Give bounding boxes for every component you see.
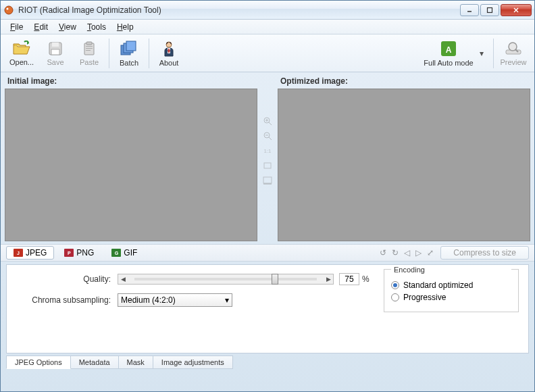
optimized-image-canvas[interactable] [278,89,530,241]
slider-right-arrow[interactable]: ▶ [324,274,333,284]
preview-label: Preview [500,58,526,66]
menu-file[interactable]: File [5,21,28,33]
gif-label: GIF [124,248,137,258]
bottom-tabs: JPEG Options Metadata Mask Image adjustm… [1,356,534,369]
radio-progressive[interactable]: Progressive [391,293,511,302]
folder-open-icon [12,41,31,57]
window-title: RIOT (Radical Image Optimization Tool) [18,5,460,15]
format-tab-png[interactable]: P PNG [57,246,101,260]
preview-button[interactable]: Preview [496,36,530,70]
jpeg-icon: J [14,249,23,257]
quality-label: Quality: [16,274,118,284]
initial-panel: Initial image: [5,75,257,241]
auto-mode-label: Full Auto mode [424,59,473,67]
initial-image-canvas[interactable] [5,89,257,241]
zoom-out-icon[interactable] [262,130,273,141]
svg-rect-32 [263,177,272,183]
quality-slider[interactable]: ◀ ▶ [118,274,334,285]
slider-left-arrow[interactable]: ◀ [118,274,128,284]
optimized-panel: Optimized image: [278,75,530,241]
png-label: PNG [76,248,94,258]
batch-label: Batch [120,59,138,67]
maximize-button[interactable] [480,4,499,16]
format-tab-jpeg[interactable]: J JPEG [6,246,54,260]
radio-standard[interactable]: Standard optimized [391,280,511,290]
auto-mode-dropdown[interactable]: ▾ [480,49,486,58]
transform-icons: ↺ ↻ ◁ ▷ ⤢ [380,248,434,258]
tab-image-adjustments[interactable]: Image adjustments [153,356,233,369]
toolbar-separator-2 [149,39,149,68]
rotate-ccw-icon[interactable]: ↺ [380,248,386,258]
tab-jpeg-options[interactable]: JPEG Options [6,356,71,369]
slider-thumb[interactable] [272,274,278,285]
encoding-group: Encoding Standard optimized Progressive [384,269,519,312]
save-label: Save [47,58,63,66]
compress-to-size-button[interactable]: Compress to size [440,246,529,260]
clipboard-icon [81,41,97,57]
svg-rect-8 [51,49,59,55]
chevron-down-icon: ▾ [225,295,229,305]
flip-h-icon[interactable]: ◁ [404,248,410,258]
svg-rect-7 [52,43,59,47]
progressive-label: Progressive [403,293,446,302]
paste-label: Paste [80,58,99,66]
menu-view[interactable]: View [53,21,82,33]
optimized-label: Optimized image: [278,75,530,89]
fit-icon[interactable] [262,160,273,171]
gif-icon: G [111,249,121,257]
batch-icon [120,40,138,57]
flip-v-icon[interactable]: ▷ [415,248,422,258]
chroma-value: Medium (4:2:0) [121,295,176,305]
jpeg-label: JPEG [26,248,47,258]
toolbar: Open... Save Paste Batch About A Full Au… [1,34,534,72]
minimize-button[interactable] [460,4,479,16]
window-controls [460,4,532,16]
zoom-in-icon[interactable] [262,116,273,126]
tab-mask[interactable]: Mask [118,356,153,369]
image-compare-area: Initial image: 1:1 Optimized image: [1,72,534,244]
options-panel: Quality: ◀ ▶ 75 % Chroma subsampling: Me… [6,264,529,353]
tab-metadata[interactable]: Metadata [70,356,119,369]
about-button[interactable]: About [152,36,186,70]
svg-rect-11 [86,46,93,47]
app-icon [3,5,14,16]
toolbar-separator-3 [493,39,494,68]
title-bar: RIOT (Radical Image Optimization Tool) [1,1,534,20]
auto-mode-button[interactable]: A Full Auto mode [417,36,480,70]
menu-tools[interactable]: Tools [82,21,111,33]
svg-line-25 [269,122,272,125]
about-label: About [159,59,179,67]
floppy-icon [47,41,63,57]
close-button[interactable] [501,4,532,16]
chroma-select[interactable]: Medium (4:2:0) ▾ [118,293,232,307]
svg-line-29 [269,137,272,140]
actual-size-icon[interactable]: 1:1 [262,145,273,156]
batch-button[interactable]: Batch [112,36,146,70]
svg-rect-3 [488,7,492,12]
menu-help[interactable]: Help [111,21,139,33]
encoding-legend: Encoding [391,266,511,274]
open-button[interactable]: Open... [5,36,39,70]
standard-label: Standard optimized [403,280,473,290]
open-label: Open... [9,58,34,66]
quality-value[interactable]: 75 [339,273,359,285]
rotate-cw-icon[interactable]: ↻ [392,248,399,258]
svg-line-5 [514,8,518,12]
svg-line-4 [514,8,518,12]
magnifier-icon [505,41,522,57]
resize-icon[interactable]: ⤢ [427,248,434,258]
menu-edit[interactable]: Edit [28,21,53,33]
format-tab-gif[interactable]: G GIF [104,246,145,260]
menu-bar: File Edit View Tools Help [1,20,534,34]
save-button[interactable]: Save [39,36,72,70]
radio-standard-dot [391,281,399,289]
percent-sign: % [362,274,370,284]
paste-button[interactable]: Paste [72,36,106,70]
svg-rect-33 [263,183,272,185]
format-row: J JPEG P PNG G GIF ↺ ↻ ◁ ▷ ⤢ Compress to… [1,244,534,262]
svg-rect-16 [126,41,136,51]
svg-rect-12 [86,48,93,49]
fullscreen-icon[interactable] [262,175,273,186]
person-icon [161,40,177,57]
initial-label: Initial image: [5,75,257,89]
